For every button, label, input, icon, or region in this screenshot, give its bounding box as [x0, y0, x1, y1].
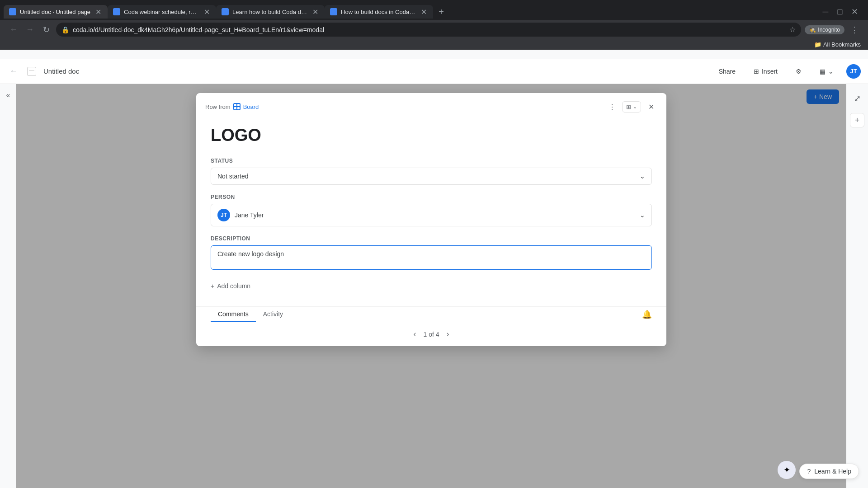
page-indicator: 1 of 4	[423, 331, 439, 338]
status-field-group: STATUS Not started ⌄	[211, 158, 652, 185]
person-field-label: PERSON	[211, 194, 652, 200]
tab-coda-webinar[interactable]: Coda webinar schedule, regist... ✕	[108, 5, 216, 19]
view-toggle-button[interactable]: ⊞ ⌄	[622, 101, 641, 113]
tab-title-4: How to build docs in Coda, cre...	[341, 9, 416, 15]
tab-close-1[interactable]: ✕	[94, 8, 102, 16]
view-grid-icon: ⊞	[626, 103, 631, 110]
description-textarea[interactable]: Create new logo design	[211, 245, 652, 270]
tab-close-3[interactable]: ✕	[311, 8, 319, 16]
minimize-button[interactable]: ─	[819, 5, 832, 18]
tab-bar: Untitled doc · Untitled page ✕ Coda webi…	[0, 0, 868, 20]
person-chevron-icon: ⌄	[640, 211, 645, 219]
url-text: coda.io/d/Untitled-doc_dk4MaGh2h6p/Untit…	[73, 26, 786, 33]
tab-title-1: Untitled doc · Untitled page	[20, 9, 90, 15]
view-chevron-icon: ⌄	[633, 104, 637, 110]
chevron-down-icon: ⌄	[828, 68, 834, 75]
address-bar: ← → ↻ 🔒 coda.io/d/Untitled-doc_dk4MaGh2h…	[0, 20, 868, 39]
bookmarks-link[interactable]: 📁 All Bookmarks	[814, 41, 861, 48]
app-header: ← Untitled doc Share ⊞ Insert ⚙ ▦ ⌄ JT	[0, 59, 868, 84]
modal-header: Row from Board ⋮ ⊞	[196, 93, 666, 118]
tab-how-to-build[interactable]: How to build docs in Coda, cre... ✕	[325, 5, 433, 19]
forward-button[interactable]: →	[24, 23, 36, 36]
extension-button[interactable]: ⋮	[848, 23, 861, 36]
learn-help-label: Learn & Help	[814, 468, 851, 475]
tab-favicon-1	[9, 8, 16, 15]
modal-title: LOGO	[211, 126, 652, 145]
person-name: Jane Tyler	[235, 211, 264, 219]
share-button[interactable]: Share	[713, 65, 741, 78]
status-dropdown[interactable]: Not started ⌄	[211, 168, 652, 185]
insert-button[interactable]: ⊞ Insert	[748, 65, 783, 78]
tab-comments[interactable]: Comments	[211, 307, 256, 322]
tab-activity[interactable]: Activity	[256, 307, 290, 322]
tab-untitled-doc[interactable]: Untitled doc · Untitled page ✕	[4, 5, 108, 19]
tab-close-2[interactable]: ✕	[203, 8, 211, 16]
modal-tabs-row: Comments Activity 🔔	[211, 307, 652, 322]
share-label: Share	[719, 68, 736, 75]
bookmarks-label: All Bookmarks	[823, 41, 861, 48]
board-icon	[233, 103, 241, 110]
sidebar-toggle-button[interactable]: «	[6, 91, 10, 99]
settings-icon: ⚙	[796, 68, 802, 75]
modal-overlay: Row from Board ⋮ ⊞	[16, 84, 846, 488]
user-avatar[interactable]: JT	[846, 64, 861, 79]
app-back-button[interactable]: ←	[7, 65, 20, 78]
more-options-button[interactable]: ⋮	[606, 100, 618, 113]
sidebar-panel: «	[0, 84, 16, 488]
tab-title-2: Coda webinar schedule, regist...	[124, 9, 199, 15]
modal-close-button[interactable]: ✕	[645, 100, 657, 113]
svg-rect-3	[237, 107, 240, 109]
comments-tab-label: Comments	[218, 310, 249, 318]
settings-button[interactable]: ⚙	[790, 65, 807, 78]
lock-icon: 🔒	[61, 26, 69, 33]
incognito-label: Incognito	[818, 27, 840, 33]
bookmarks-folder-icon: 📁	[814, 41, 821, 48]
reload-button[interactable]: ↻	[40, 23, 52, 36]
bookmark-star-icon[interactable]: ☆	[789, 25, 796, 34]
doc-icon	[27, 67, 36, 76]
tab-title-3: Learn how to build Coda docs...	[232, 9, 307, 15]
add-column-button[interactable]: + Add column	[211, 281, 652, 291]
person-dropdown[interactable]: JT Jane Tyler ⌄	[211, 204, 652, 226]
tab-close-4[interactable]: ✕	[420, 8, 428, 16]
next-page-button[interactable]: ›	[445, 328, 451, 341]
app-container: ← Untitled doc Share ⊞ Insert ⚙ ▦ ⌄ JT «…	[0, 50, 868, 479]
url-bar[interactable]: 🔒 coda.io/d/Untitled-doc_dk4MaGh2h6p/Unt…	[56, 23, 801, 37]
add-column-label: Add column	[217, 282, 250, 290]
status-value: Not started	[217, 173, 248, 180]
modal-body: LOGO STATUS Not started ⌄ PERSON	[196, 118, 666, 306]
learn-help-icon: ?	[807, 468, 811, 475]
notification-bell-button[interactable]: 🔔	[642, 310, 652, 319]
person-field-group: PERSON JT Jane Tyler ⌄	[211, 194, 652, 226]
modal-pagination: ‹ 1 of 4 ›	[196, 322, 666, 346]
svg-rect-2	[234, 107, 236, 109]
sparkle-icon: ✦	[783, 465, 790, 475]
view-options-button[interactable]: ▦ ⌄	[814, 65, 839, 78]
add-column-plus-icon: +	[211, 282, 214, 290]
back-button[interactable]: ←	[7, 23, 20, 36]
modal-tabs-section: Comments Activity 🔔	[196, 306, 666, 322]
description-field-label: DESCRIPTION	[211, 235, 652, 242]
close-window-button[interactable]: ✕	[848, 5, 861, 18]
insert-label: Insert	[762, 68, 778, 75]
modal-header-actions: ⋮ ⊞ ⌄ ✕	[606, 100, 657, 113]
person-avatar: JT	[217, 209, 230, 221]
svg-rect-0	[234, 104, 236, 106]
learn-help-button[interactable]: ? Learn & Help	[799, 464, 859, 479]
browser-chrome: Untitled doc · Untitled page ✕ Coda webi…	[0, 0, 868, 50]
new-tab-button[interactable]: +	[435, 5, 448, 18]
expand-panel-button[interactable]: ⤢	[850, 91, 864, 106]
status-chevron-icon: ⌄	[640, 173, 645, 180]
tab-learn-coda[interactable]: Learn how to build Coda docs... ✕	[216, 5, 325, 19]
activity-tab-label: Activity	[263, 310, 283, 318]
svg-rect-1	[237, 104, 240, 106]
sparkle-button[interactable]: ✦	[778, 461, 796, 479]
bookmarks-bar: 📁 All Bookmarks	[0, 39, 868, 50]
tab-favicon-2	[113, 8, 120, 15]
breadcrumb-board-label[interactable]: Board	[243, 103, 259, 110]
maximize-button[interactable]: □	[834, 5, 846, 18]
modal-breadcrumb: Row from Board	[205, 103, 259, 110]
prev-page-button[interactable]: ‹	[411, 328, 418, 341]
incognito-icon: 🕵	[809, 27, 816, 33]
add-content-button[interactable]: +	[850, 113, 864, 127]
